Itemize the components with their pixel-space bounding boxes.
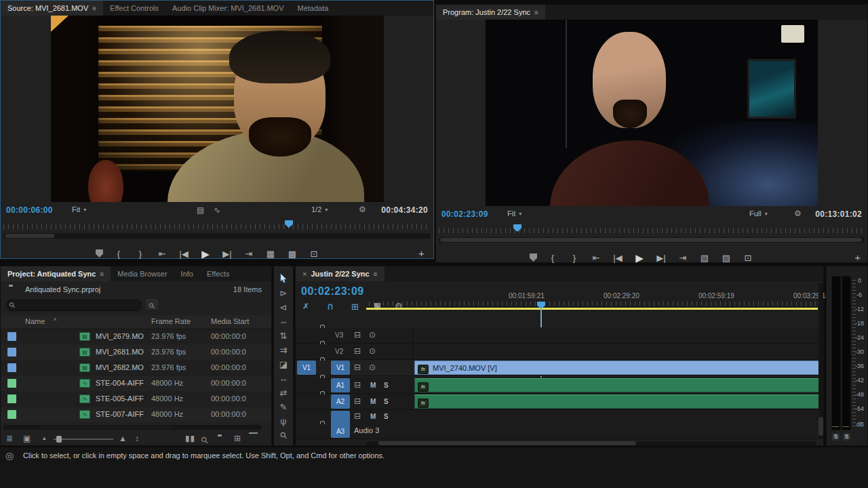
go-to-in-button[interactable]: ⇤ [156,249,168,258]
panel-menu-icon[interactable]: ≡ [534,9,538,16]
search-in-bin-button[interactable]: ⚲ [146,299,158,310]
insert-button[interactable]: ▦ [264,249,277,258]
scroll-thumb[interactable] [378,441,636,445]
tab-sequence[interactable]: × Justin 2/22 Sync ≡ [296,266,384,281]
sync-lock-icon[interactable]: ⊟ [354,397,361,405]
track-select-forward-tool[interactable]: ⊳ [280,286,288,300]
zoom-tool[interactable]: ⚲ [277,428,291,443]
razor-tool[interactable]: ◪ [279,357,288,371]
panel-menu-icon[interactable]: ≡ [92,5,96,12]
track-row-v2[interactable]: V2 ⊟ ⊙ [296,344,823,360]
slider-thumb[interactable] [56,436,62,443]
label-chip[interactable] [7,410,16,419]
program-current-timecode[interactable]: 00:02:23:09 [441,209,488,219]
source-video-frame[interactable] [51,16,384,202]
tab-source[interactable]: Source: MVI_2681.MOV ≡ [1,1,103,16]
mark-in-button[interactable]: { [547,253,559,262]
scroll-thumb[interactable] [39,426,174,429]
table-row[interactable]: ▤ MVI_2682.MO 23.976 fps 00:00:00:0 [1,361,271,375]
track-row-v3[interactable]: V3 ⊟ ⊙ [296,327,823,344]
tab-metadata[interactable]: Metadata [290,1,335,16]
linked-selection-icon[interactable]: ⊞ [351,302,359,312]
rolling-edit-tool[interactable]: ⇅ [280,329,288,342]
track-name-v3[interactable]: V3 [335,331,343,339]
program-zoom-select[interactable]: Fit ▾ [507,209,521,218]
tab-program[interactable]: Program: Justin 2/22 Sync ≡ [436,5,545,20]
export-frame-button[interactable]: ⊡ [742,253,754,262]
tab-effects[interactable]: Effects [200,266,236,281]
scroll-thumb[interactable] [5,234,54,238]
scroll-thumb[interactable] [818,417,823,436]
project-h-scrollbar[interactable] [3,425,261,430]
mute-button[interactable]: M [370,382,376,389]
track-row-a1[interactable]: A1 ⊟ M S fx [296,378,823,394]
mark-out-button[interactable]: } [568,253,580,262]
go-to-out-button[interactable]: ⇥ [243,249,255,258]
track-output-eye-icon[interactable]: ⊙ [369,331,376,339]
table-row[interactable]: ∿ STE-004-AIFF 48000 Hz 00:00:00:0 [1,376,271,391]
track-row-a3[interactable]: A3 ⊟ M S Audio 3 [296,410,823,439]
extract-button[interactable]: ▨ [720,253,732,262]
track-target-a3[interactable]: A3 [331,411,350,438]
find-button[interactable]: ⚲ [199,434,210,446]
timeline-ruler[interactable]: 00:01:59:21 00:02:29:20 00:02:59:19 00:0… [363,291,819,314]
sync-lock-icon[interactable]: ⊟ [354,331,361,339]
column-header-frame-rate[interactable]: Frame Rate [151,317,191,325]
sync-lock-icon[interactable]: ⊟ [354,381,361,389]
step-forward-button[interactable]: ▶| [655,253,667,262]
audio-clip-a1[interactable]: fx [414,378,821,392]
breadcrumb[interactable]: Antiquated Sync.prproj [25,285,100,293]
track-target-a1[interactable]: A1 [331,378,350,392]
drag-audio-only-icon[interactable]: ∿ [214,206,220,214]
drag-video-only-icon[interactable]: ▤ [197,206,204,214]
pen-tool[interactable]: ✎ [280,400,288,413]
video-clip-mvi-2740[interactable]: fx MVI_2740.MOV [V] [414,361,821,375]
label-chip[interactable] [7,363,16,372]
program-resolution-select[interactable]: Full ▾ [749,209,768,218]
mute-button[interactable]: M [370,398,376,405]
panel-menu-icon[interactable]: ≡ [374,270,378,278]
program-video-frame[interactable] [486,20,818,206]
table-row[interactable]: ▤ MVI_2679.MO 23.976 fps 00:00:00:0 [1,329,271,344]
tab-info[interactable]: Info [174,266,200,281]
thumbnail-zoom-slider[interactable] [54,439,113,440]
track-target-a2[interactable]: A2 [331,394,350,409]
source-current-timecode[interactable]: 00:00:06:00 [6,205,53,215]
table-row[interactable]: ∿ STE-005-AIFF 48000 Hz 00:00:00:0 [1,392,271,407]
icon-view-button[interactable]: ▣ [23,434,31,443]
label-chip[interactable] [7,394,16,403]
track-row-v1[interactable]: V1 V1 ⊟ ⊙ fx MVI_2740.MOV [V] [296,360,823,376]
sync-lock-icon[interactable]: ⊟ [354,347,361,355]
tab-media-browser[interactable]: Media Browser [111,266,174,281]
tab-project[interactable]: Project: Antiquated Sync ≡ [1,266,111,281]
source-patch-v1[interactable]: V1 [297,361,316,375]
panel-menu-icon[interactable]: ≡ [100,270,104,278]
play-button[interactable]: ▶ [199,249,212,259]
source-zoom-scrollbar[interactable] [3,233,431,239]
sync-lock-icon[interactable]: ⊟ [354,412,361,420]
program-scrub-ruler[interactable] [439,222,865,235]
mark-in-button[interactable]: { [113,249,125,258]
scroll-thumb[interactable] [440,238,862,242]
add-marker-icon[interactable] [530,253,537,262]
selection-tool[interactable] [280,272,288,285]
settings-wrench-icon[interactable]: ⚙ [359,205,366,214]
rate-stretch-tool[interactable]: ⇉ [280,343,288,357]
step-back-button[interactable]: |◀ [178,249,190,258]
list-view-button[interactable]: ≣ [6,434,13,443]
solo-button[interactable]: S [384,413,389,420]
lift-button[interactable]: ▧ [698,253,711,262]
solo-right-button[interactable]: S [843,433,850,441]
tab-effect-controls[interactable]: Effect Controls [103,1,165,16]
ripple-edit-tool[interactable]: ⇔ [279,314,288,328]
zoom-out-icon[interactable]: ▴ [43,435,46,441]
go-to-in-button[interactable]: ⇤ [590,253,602,262]
label-chip[interactable] [7,348,16,357]
add-marker-icon[interactable] [96,249,103,258]
automate-to-sequence-button[interactable]: ▮▮ [185,434,195,443]
audio-clip-a2[interactable]: fx [414,394,821,409]
timeline-playhead-timecode[interactable]: 00:02:23:09 [301,285,364,298]
source-resolution-select[interactable]: 1/2 ▾ [311,205,328,214]
clip-fx-badge[interactable]: fx [418,382,429,392]
track-label-audio3[interactable]: Audio 3 [354,426,379,434]
